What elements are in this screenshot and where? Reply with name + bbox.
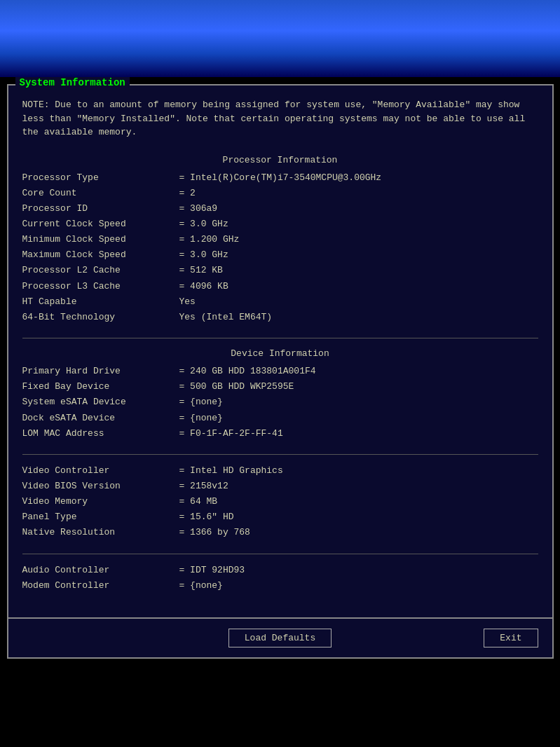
divider-3 xyxy=(22,554,538,554)
row-value: = 512 KB xyxy=(177,263,538,278)
load-defaults-button[interactable]: Load Defaults xyxy=(228,629,332,647)
row-value: = 1.200 GHz xyxy=(177,232,538,247)
table-row: Processor L3 Cache= 4096 KB xyxy=(22,279,538,294)
note-text: NOTE: Due to an amount of memory being a… xyxy=(22,98,538,139)
row-value: = 2 xyxy=(177,186,538,201)
table-row: Fixed Bay Device= 500 GB HDD WKP2595E xyxy=(22,379,538,395)
table-row: System eSATA Device= {none} xyxy=(22,395,538,410)
bios-content: NOTE: Due to an amount of memory being a… xyxy=(8,85,552,617)
row-value: Yes xyxy=(177,294,538,310)
row-value: = Intel(R)Core(TM)i7-3540MCPU@3.00GHz xyxy=(177,170,538,186)
row-label: Core Count xyxy=(22,186,177,201)
row-value: = 3.0 GHz xyxy=(177,247,538,263)
row-label: Fixed Bay Device xyxy=(22,379,177,395)
row-label: Panel Type xyxy=(22,509,177,525)
row-value: = {none} xyxy=(177,578,538,594)
divider-2 xyxy=(22,454,538,455)
row-label: LOM MAC Address xyxy=(22,426,177,441)
row-value: = Intel HD Graphics xyxy=(177,463,538,479)
device-table: Primary Hard Drive= 240 GB HDD 183801A00… xyxy=(22,364,538,441)
table-row: Processor Type= Intel(R)Core(TM)i7-3540M… xyxy=(22,170,538,186)
table-row: 64-Bit TechnologyYes (Intel EM64T) xyxy=(22,310,538,325)
device-section-title: Device Information xyxy=(22,347,538,361)
row-value: = IDT 92HD93 xyxy=(177,563,538,578)
row-label: Video Controller xyxy=(22,463,177,479)
bottom-black xyxy=(0,659,560,747)
table-row: HT CapableYes xyxy=(22,294,538,310)
table-row: Current Clock Speed= 3.0 GHz xyxy=(22,217,538,232)
table-row: Audio Controller= IDT 92HD93 xyxy=(22,563,538,578)
row-label: Primary Hard Drive xyxy=(22,364,177,379)
row-label: Modem Controller xyxy=(22,578,177,594)
row-value: = 64 MB xyxy=(177,494,538,509)
table-row: Native Resolution= 1366 by 768 xyxy=(22,525,538,540)
row-value: Yes (Intel EM64T) xyxy=(177,310,538,325)
row-label: Processor ID xyxy=(22,201,177,217)
row-label: Minimum Clock Speed xyxy=(22,232,177,247)
row-label: Processor L3 Cache xyxy=(22,279,177,294)
row-label: System eSATA Device xyxy=(22,395,177,410)
processor-section-title: Processor Information xyxy=(22,153,538,167)
row-value: = {none} xyxy=(177,395,538,410)
bios-bottom-bar: Load Defaults Exit xyxy=(7,619,554,659)
table-row: Dock eSATA Device= {none} xyxy=(22,411,538,426)
table-row: Video Controller= Intel HD Graphics xyxy=(22,463,538,479)
row-label: Video Memory xyxy=(22,494,177,509)
row-value: = {none} xyxy=(177,411,538,426)
row-value: = 4096 KB xyxy=(177,279,538,294)
screen-outer: System Information NOTE: Due to an amoun… xyxy=(0,0,560,747)
table-row: Maximum Clock Speed= 3.0 GHz xyxy=(22,247,538,263)
row-value: = 500 GB HDD WKP2595E xyxy=(177,379,538,395)
row-label: Processor Type xyxy=(22,170,177,186)
table-row: Video Memory= 64 MB xyxy=(22,494,538,509)
table-row: LOM MAC Address= F0-1F-AF-2F-FF-41 xyxy=(22,426,538,441)
bios-window: System Information NOTE: Due to an amoun… xyxy=(7,84,554,619)
table-row: Panel Type= 15.6" HD xyxy=(22,509,538,525)
table-row: Minimum Clock Speed= 1.200 GHz xyxy=(22,232,538,247)
divider-1 xyxy=(22,338,538,338)
row-value: = 2158v12 xyxy=(177,479,538,494)
row-label: Video BIOS Version xyxy=(22,479,177,494)
row-value: = 3.0 GHz xyxy=(177,217,538,232)
row-label: Processor L2 Cache xyxy=(22,263,177,278)
table-row: Processor L2 Cache= 512 KB xyxy=(22,263,538,278)
row-label: HT Capable xyxy=(22,294,177,310)
row-label: Dock eSATA Device xyxy=(22,411,177,426)
row-label: 64-Bit Technology xyxy=(22,310,177,325)
row-label: Current Clock Speed xyxy=(22,217,177,232)
table-row: Processor ID= 306a9 xyxy=(22,201,538,217)
row-label: Native Resolution xyxy=(22,525,177,540)
table-row: Video BIOS Version= 2158v12 xyxy=(22,479,538,494)
top-bar xyxy=(0,0,560,77)
row-label: Audio Controller xyxy=(22,563,177,578)
row-value: = F0-1F-AF-2F-FF-41 xyxy=(177,426,538,441)
table-row: Modem Controller= {none} xyxy=(22,578,538,594)
exit-button[interactable]: Exit xyxy=(484,629,538,647)
row-value: = 306a9 xyxy=(177,201,538,217)
processor-table: Processor Type= Intel(R)Core(TM)i7-3540M… xyxy=(22,170,538,325)
audio-table: Audio Controller= IDT 92HD93Modem Contro… xyxy=(22,563,538,594)
row-value: = 15.6" HD xyxy=(177,509,538,525)
row-value: = 240 GB HDD 183801A001F4 xyxy=(177,364,538,379)
video-table: Video Controller= Intel HD GraphicsVideo… xyxy=(22,463,538,541)
table-row: Core Count= 2 xyxy=(22,186,538,201)
row-label: Maximum Clock Speed xyxy=(22,247,177,263)
title-bar: System Information xyxy=(15,77,130,88)
table-row: Primary Hard Drive= 240 GB HDD 183801A00… xyxy=(22,364,538,379)
row-value: = 1366 by 768 xyxy=(177,525,538,540)
